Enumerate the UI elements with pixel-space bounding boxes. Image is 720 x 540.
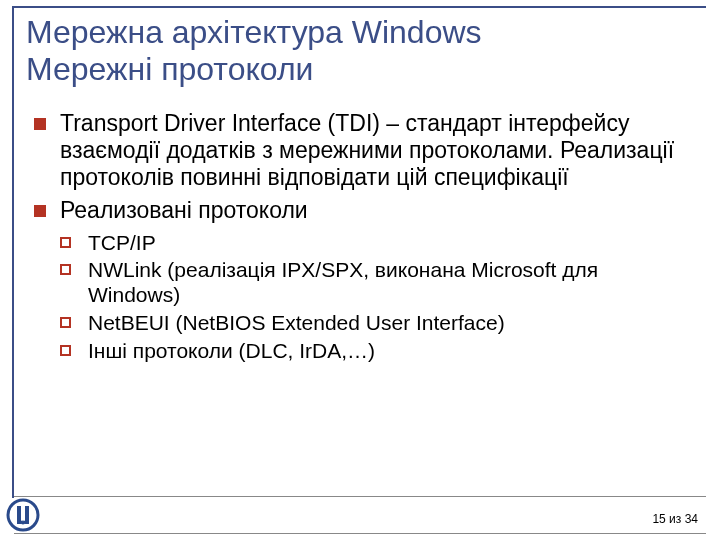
bullet-level2: TCP/IP [60, 231, 694, 256]
bullet-text: TCP/IP [88, 231, 156, 254]
logo-icon [6, 498, 40, 536]
bullet-level2: NetBEUI (NetBIOS Extended User Interface… [60, 311, 694, 336]
bullet-text: NWLink (реалізація IPX/SPX, виконана Mic… [88, 258, 598, 306]
decor-top-rule [12, 6, 706, 8]
title-line-2: Мережні протоколи [26, 51, 313, 87]
square-outline-icon [60, 264, 71, 275]
bullet-level2: Інші протоколи (DLC, IrDA,…) [60, 339, 694, 364]
square-outline-icon [60, 237, 71, 248]
bullet-level1: Transport Driver Interface (TDI) – станд… [34, 110, 694, 191]
bullet-text: NetBEUI (NetBIOS Extended User Interface… [88, 311, 505, 334]
square-outline-icon [60, 345, 71, 356]
bullet-text: Transport Driver Interface (TDI) – станд… [60, 110, 674, 190]
bullet-text: Реализовані протоколи [60, 197, 308, 223]
decor-left-rule [12, 6, 14, 498]
slide: Мережна архітектура Windows Мережні прот… [0, 0, 720, 540]
svg-rect-1 [17, 506, 21, 524]
slide-title: Мережна архітектура Windows Мережні прот… [26, 14, 696, 88]
svg-rect-2 [25, 506, 29, 524]
square-filled-icon [34, 118, 46, 130]
slide-body: Transport Driver Interface (TDI) – станд… [34, 110, 694, 366]
bullet-level2: NWLink (реалізація IPX/SPX, виконана Mic… [60, 258, 694, 308]
square-outline-icon [60, 317, 71, 328]
page-number: 15 из 34 [652, 512, 698, 526]
svg-point-0 [8, 500, 38, 530]
title-line-1: Мережна архітектура Windows [26, 14, 482, 50]
square-filled-icon [34, 205, 46, 217]
bullet-level1: Реализовані протоколи [34, 197, 694, 224]
bullet-text: Інші протоколи (DLC, IrDA,…) [88, 339, 375, 362]
slide-footer [14, 496, 706, 534]
